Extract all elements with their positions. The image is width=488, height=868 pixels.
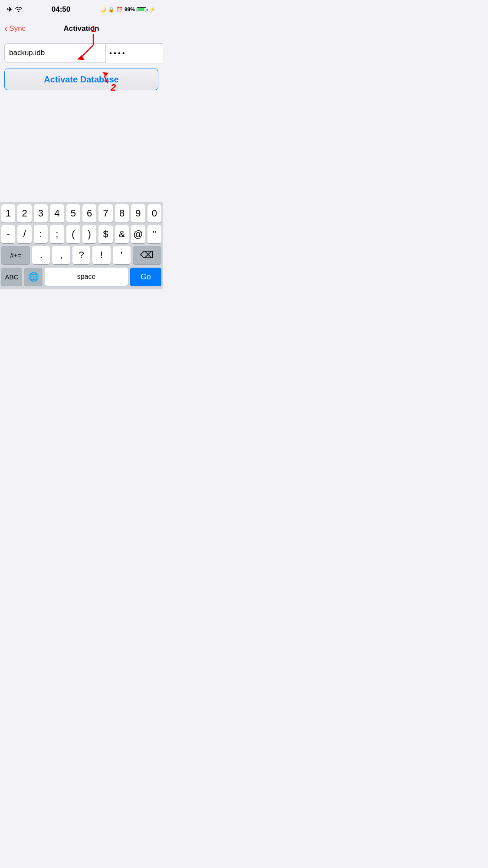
delete-key[interactable]: ⌫ [133, 246, 161, 264]
activate-database-button[interactable]: Activate Database [4, 69, 158, 90]
key-5[interactable]: 5 [66, 204, 80, 223]
alarm-icon: ⏰ [116, 7, 123, 13]
lock-icon: 🔒 [108, 7, 115, 13]
key-4[interactable]: 4 [50, 204, 64, 223]
key-semicolon[interactable]: ; [50, 225, 64, 243]
key-2[interactable]: 2 [17, 204, 31, 223]
page-title: Activation [63, 24, 99, 33]
status-right: 🌙 🔒 ⏰ 99% ⚡ [100, 7, 156, 13]
status-bar: ✈ 04:50 🌙 🔒 ⏰ 99% ⚡ [0, 0, 163, 19]
charging-icon: ⚡ [149, 7, 156, 13]
password-input[interactable] [109, 44, 163, 63]
key-close-paren[interactable]: ) [82, 225, 96, 243]
key-6[interactable]: 6 [82, 204, 96, 223]
keyboard-bottom-row: ABC 🌐 space Go [0, 265, 163, 289]
globe-icon[interactable]: 🌐 [24, 268, 43, 286]
key-question[interactable]: ? [72, 246, 90, 264]
key-space[interactable]: space [45, 268, 128, 286]
key-minus[interactable]: - [1, 225, 15, 243]
key-3[interactable]: 3 [34, 204, 48, 223]
back-label: Sync [9, 24, 26, 33]
back-button[interactable]: ‹ Sync [4, 24, 26, 33]
key-dollar[interactable]: $ [98, 225, 112, 243]
fields-row: × [4, 43, 158, 63]
key-period[interactable]: . [32, 246, 50, 264]
status-time: 04:50 [52, 5, 70, 14]
key-slash[interactable]: / [17, 225, 31, 243]
status-left: ✈ [7, 6, 22, 13]
key-at[interactable]: @ [131, 225, 145, 243]
key-9[interactable]: 9 [131, 204, 145, 223]
key-exclamation[interactable]: ! [92, 246, 110, 264]
keyboard-row-numbers: 1 2 3 4 5 6 7 8 9 0 [0, 202, 163, 223]
keyboard-row-symbols: - / : ; ( ) $ & @ " [0, 223, 163, 243]
password-field-wrapper: × [105, 43, 163, 63]
key-1[interactable]: 1 [1, 204, 15, 223]
moon-icon: 🌙 [100, 7, 106, 13]
key-8[interactable]: 8 [115, 204, 129, 223]
key-0[interactable]: 0 [147, 204, 161, 223]
airplane-icon: ✈ [7, 6, 13, 13]
keyboard: 1 2 3 4 5 6 7 8 9 0 - / : ; ( ) $ & @ " … [0, 202, 163, 289]
battery-icon [137, 7, 147, 12]
chevron-left-icon: ‹ [4, 24, 7, 33]
key-abc[interactable]: ABC [1, 268, 22, 286]
key-apostrophe[interactable]: ' [113, 246, 131, 264]
nav-bar: ‹ Sync Activation [0, 19, 163, 38]
keyboard-row-special: #+= . , ? ! ' ⌫ [0, 243, 163, 265]
wifi-icon [15, 6, 22, 13]
key-ampersand[interactable]: & [115, 225, 129, 243]
key-open-paren[interactable]: ( [66, 225, 80, 243]
key-quote[interactable]: " [147, 225, 161, 243]
key-comma[interactable]: , [52, 246, 70, 264]
key-go[interactable]: Go [130, 268, 161, 286]
battery-percent: 99% [124, 7, 135, 13]
key-7[interactable]: 7 [98, 204, 112, 223]
key-colon[interactable]: : [34, 225, 48, 243]
content-area: × Activate Database [0, 38, 163, 95]
db-name-input[interactable] [4, 43, 105, 62]
key-symbols-toggle[interactable]: #+= [1, 246, 30, 264]
